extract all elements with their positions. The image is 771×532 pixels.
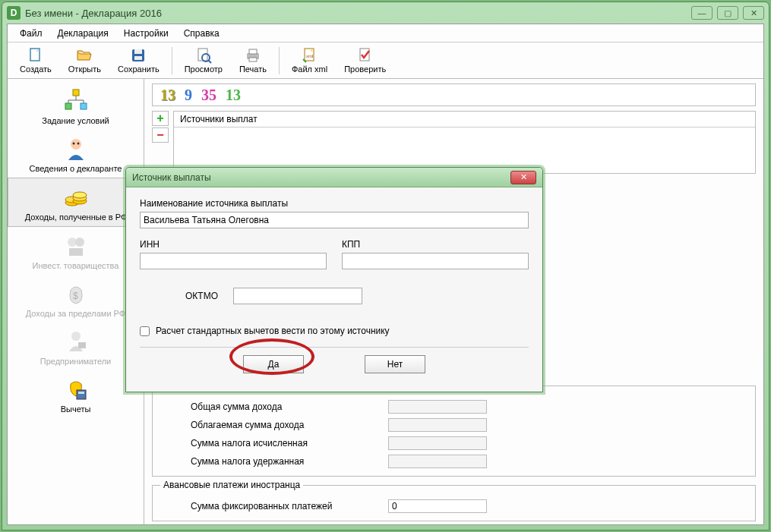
check-button[interactable]: Проверить [337, 44, 393, 77]
xml-file-icon: xml [302, 47, 318, 64]
sidebar: Задание условий Сведения о декларанте До… [8, 79, 144, 524]
add-source-button[interactable]: + [152, 111, 169, 126]
taxable-income-label: Облагаемая сумма дохода [160, 420, 388, 430]
new-file-icon [27, 47, 44, 64]
total-income-label: Общая сумма дохода [160, 401, 388, 412]
app-icon: D [7, 6, 21, 20]
print-icon [245, 47, 261, 64]
source-name-input[interactable] [140, 212, 529, 228]
toolbar: Создать Открыть Сохранить Просмотр Печат… [8, 42, 763, 79]
svg-rect-34 [77, 390, 86, 399]
sidebar-item-income[interactable]: Доходы, полученные в РФ [8, 178, 144, 227]
preview-icon [195, 47, 212, 64]
inn-input[interactable] [140, 253, 327, 269]
window-title: Без имени - Декларация 2016 [25, 8, 162, 19]
rate-13b[interactable]: 13 [226, 87, 241, 104]
oktmo-label: ОКТМО [185, 291, 218, 301]
svg-point-22 [77, 143, 79, 145]
svg-rect-33 [78, 342, 86, 348]
svg-point-21 [72, 143, 74, 145]
xml-button[interactable]: xml Файл xml [284, 44, 335, 77]
minimize-button[interactable]: — [691, 6, 713, 20]
create-button[interactable]: Создать [12, 44, 59, 77]
svg-rect-2 [134, 49, 142, 54]
fixed-payments-field[interactable] [388, 499, 487, 513]
sidebar-item-conditions[interactable]: Задание условий [8, 82, 144, 130]
svg-rect-35 [78, 392, 84, 394]
menu-settings[interactable]: Настройки [118, 27, 175, 40]
save-icon [130, 47, 147, 64]
rate-9[interactable]: 9 [185, 87, 192, 104]
svg-rect-14 [65, 103, 71, 109]
sources-list[interactable]: Источники выплат [173, 111, 756, 174]
svg-rect-8 [249, 49, 257, 54]
svg-point-32 [71, 332, 81, 341]
person-icon [63, 136, 89, 162]
menubar: Файл Декларация Настройки Справка [8, 24, 763, 42]
open-button[interactable]: Открыть [61, 44, 109, 77]
entrepreneur-icon [63, 329, 89, 354]
inn-label: ИНН [140, 239, 327, 250]
tax-withheld-field [388, 455, 487, 468]
svg-rect-9 [249, 58, 257, 61]
sidebar-item-declarant[interactable]: Сведения о декларанте [8, 130, 144, 178]
print-button[interactable]: Печать [232, 44, 274, 77]
close-window-button[interactable]: ✕ [743, 6, 764, 20]
kpp-label: КПП [342, 239, 529, 250]
svg-point-20 [71, 139, 81, 150]
sidebar-item-entrepreneurs[interactable]: Предприниматели [8, 323, 144, 370]
save-button[interactable]: Сохранить [110, 44, 167, 77]
standard-deductions-label: Расчет стандартных вычетов вести по этом… [156, 326, 390, 336]
svg-point-29 [75, 238, 84, 247]
rate-13a[interactable]: 13 [160, 87, 175, 104]
svg-rect-30 [69, 248, 83, 256]
sidebar-item-abroad[interactable]: $ Доходы за пределами РФ [8, 275, 144, 323]
payment-source-dialog: Источник выплаты ✕ Наименование источник… [125, 167, 543, 392]
svg-rect-13 [73, 90, 79, 96]
sources-header: Источники выплат [174, 112, 755, 127]
totals-fieldset: Итоговые суммы по источнику выплат Общая… [152, 380, 756, 477]
menu-file[interactable]: Файл [14, 27, 49, 40]
rate-tabs: 13 9 35 13 [152, 83, 756, 106]
deductions-icon [63, 376, 89, 402]
preview-button[interactable]: Просмотр [177, 44, 230, 77]
svg-point-27 [73, 192, 87, 198]
tax-calc-label: Сумма налога исчисленная [160, 438, 388, 449]
oktmo-input[interactable] [233, 288, 362, 304]
sidebar-item-invest[interactable]: Инвест. товарищества [8, 227, 144, 275]
dialog-titlebar[interactable]: Источник выплаты ✕ [126, 168, 542, 187]
svg-line-6 [208, 60, 211, 63]
conditions-icon [63, 88, 89, 114]
standard-deductions-checkbox[interactable] [140, 326, 150, 336]
folder-open-icon [76, 47, 93, 64]
menu-declaration[interactable]: Декларация [52, 27, 115, 40]
no-button[interactable]: Нет [365, 355, 425, 373]
tax-withheld-label: Сумма налога удержанная [160, 456, 388, 467]
remove-source-button[interactable]: − [152, 127, 169, 143]
check-icon [357, 47, 374, 64]
svg-rect-12 [360, 49, 369, 61]
svg-text:$: $ [73, 291, 78, 301]
source-name-label: Наименование источника выплаты [140, 198, 529, 209]
advance-fieldset: Авансовые платежи иностранца Сумма фикси… [152, 480, 756, 521]
sidebar-item-deductions[interactable]: Вычеты [8, 370, 144, 418]
yes-button[interactable]: Да [243, 355, 304, 373]
dialog-close-button[interactable]: ✕ [510, 171, 536, 184]
svg-rect-3 [134, 56, 142, 60]
total-income-field [388, 400, 487, 414]
rate-35[interactable]: 35 [201, 87, 216, 104]
fixed-payments-label: Сумма фиксированных платежей [160, 501, 388, 512]
invest-icon [63, 233, 89, 259]
kpp-input[interactable] [342, 253, 529, 269]
coins-icon [63, 184, 89, 210]
maximize-button[interactable]: ▢ [717, 6, 738, 20]
taxable-income-field [388, 418, 487, 432]
tax-calc-field [388, 436, 487, 450]
svg-rect-15 [81, 103, 87, 109]
menu-help[interactable]: Справка [178, 27, 226, 40]
svg-text:xml: xml [306, 54, 313, 58]
titlebar: D Без имени - Декларация 2016 — ▢ ✕ [2, 2, 769, 24]
dialog-title: Источник выплаты [132, 172, 211, 183]
money-bag-icon: $ [63, 281, 89, 307]
